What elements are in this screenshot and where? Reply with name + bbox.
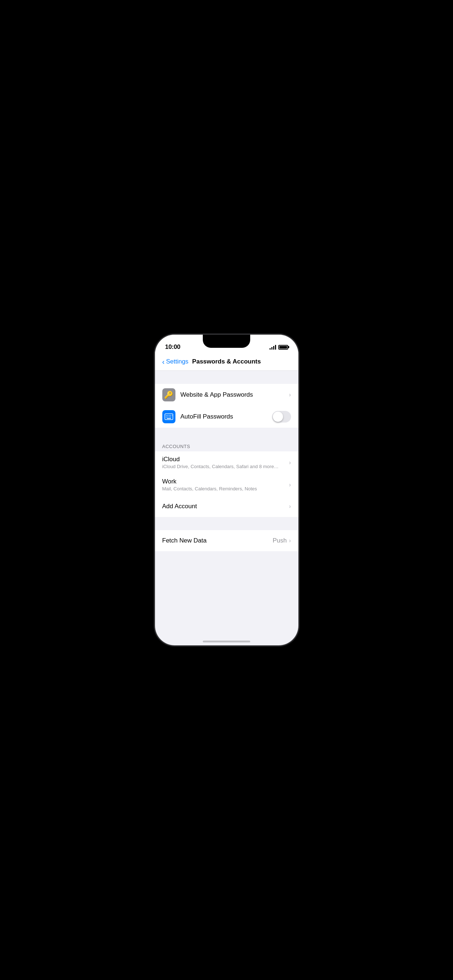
keyboard-icon: [164, 414, 173, 420]
icloud-label: iCloud: [162, 456, 289, 463]
fetch-chevron-icon: ›: [289, 538, 291, 544]
battery-icon: [278, 345, 288, 350]
icloud-row[interactable]: iCloud iCloud Drive, Contacts, Calendars…: [155, 451, 298, 474]
passwords-section: 🔑 Website & App Passwords ›: [155, 384, 298, 428]
page-title: Passwords & Accounts: [192, 358, 261, 365]
fetch-value: Push: [273, 537, 287, 544]
autofill-passwords-row[interactable]: AutoFill Passwords: [155, 406, 298, 428]
back-button[interactable]: ‹ Settings: [162, 358, 188, 365]
add-account-content: Add Account: [162, 503, 289, 510]
fetch-new-data-row[interactable]: Fetch New Data Push ›: [155, 530, 298, 551]
svg-rect-5: [172, 415, 172, 416]
add-account-label: Add Account: [162, 503, 289, 510]
home-indicator: [203, 641, 250, 643]
work-subtitle: Mail, Contacts, Calendars, Reminders, No…: [162, 486, 289, 492]
keyboard-icon-bg: [162, 410, 175, 423]
svg-rect-9: [170, 417, 171, 417]
svg-rect-8: [169, 417, 170, 417]
content-area: 🔑 Website & App Passwords ›: [155, 371, 298, 642]
work-content: Work Mail, Contacts, Calendars, Reminder…: [162, 478, 289, 492]
section-gap-top: [155, 371, 298, 384]
work-right: ›: [289, 482, 291, 488]
website-app-passwords-right: ›: [289, 391, 291, 398]
phone-frame: 10:00 ‹ Settings Passwords & Accounts: [155, 335, 298, 645]
website-app-passwords-content: Website & App Passwords: [180, 391, 289, 398]
signal-icon: [270, 345, 276, 350]
svg-rect-7: [167, 417, 168, 417]
icloud-content: iCloud iCloud Drive, Contacts, Calendars…: [162, 456, 289, 469]
add-account-right: ›: [289, 503, 291, 510]
fetch-section: Fetch New Data Push ›: [155, 530, 298, 551]
autofill-passwords-content: AutoFill Passwords: [180, 413, 272, 420]
icloud-chevron-icon: ›: [289, 460, 291, 466]
website-app-passwords-row[interactable]: 🔑 Website & App Passwords ›: [155, 384, 298, 406]
fetch-new-data-right: Push ›: [273, 537, 291, 544]
status-bar: 10:00: [155, 335, 298, 355]
status-time: 10:00: [165, 344, 180, 351]
svg-rect-10: [167, 418, 171, 419]
fetch-new-data-content: Fetch New Data: [162, 537, 273, 544]
key-icon: 🔑: [164, 390, 173, 399]
svg-rect-1: [166, 415, 167, 416]
autofill-toggle-container: [272, 411, 291, 423]
autofill-toggle[interactable]: [272, 411, 291, 423]
nav-bar: ‹ Settings Passwords & Accounts: [155, 355, 298, 371]
autofill-passwords-label: AutoFill Passwords: [180, 413, 233, 420]
toggle-knob: [273, 412, 283, 422]
work-row[interactable]: Work Mail, Contacts, Calendars, Reminder…: [155, 474, 298, 496]
svg-rect-2: [167, 415, 168, 416]
back-label: Settings: [166, 358, 188, 365]
svg-rect-6: [166, 417, 167, 417]
chevron-right-icon: ›: [289, 391, 291, 398]
accounts-section-header: ACCOUNTS: [155, 441, 298, 451]
work-label: Work: [162, 478, 289, 485]
website-app-passwords-label: Website & App Passwords: [180, 391, 253, 398]
svg-rect-3: [169, 415, 170, 416]
back-chevron-icon: ‹: [162, 358, 165, 365]
fetch-new-data-label: Fetch New Data: [162, 537, 207, 544]
add-account-chevron-icon: ›: [289, 503, 291, 510]
svg-rect-4: [170, 415, 171, 416]
add-account-row[interactable]: Add Account ›: [155, 496, 298, 517]
icloud-subtitle: iCloud Drive, Contacts, Calendars, Safar…: [162, 464, 289, 469]
section-gap-fetch: [155, 517, 298, 530]
key-icon-bg: 🔑: [162, 388, 175, 401]
accounts-section: iCloud iCloud Drive, Contacts, Calendars…: [155, 451, 298, 517]
status-icons: [270, 345, 288, 350]
bottom-fill: [155, 551, 298, 624]
icloud-right: ›: [289, 460, 291, 466]
section-gap-accounts: [155, 428, 298, 441]
work-chevron-icon: ›: [289, 482, 291, 488]
